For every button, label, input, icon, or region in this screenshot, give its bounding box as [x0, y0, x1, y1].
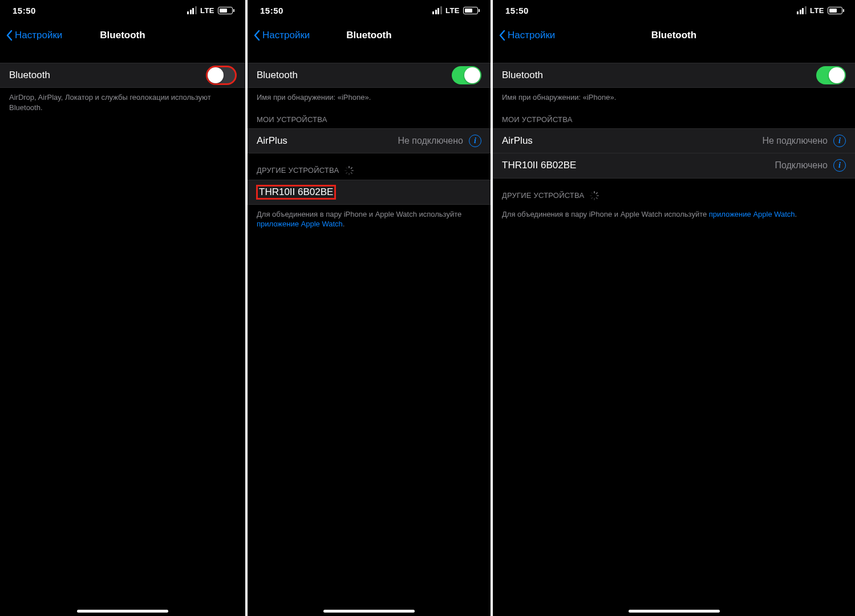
bluetooth-switch[interactable]: [816, 66, 846, 84]
other-devices-header: ДРУГИЕ УСТРОЙСТВА: [248, 153, 491, 180]
svg-rect-0: [349, 166, 350, 168]
status-time: 15:50: [260, 6, 283, 15]
back-label: Настройки: [508, 30, 555, 41]
back-label: Настройки: [262, 30, 310, 41]
pairing-note-text-b: .: [343, 220, 345, 228]
battery-icon: [463, 7, 478, 14]
nav-title: Bluetooth: [651, 30, 696, 41]
content-area: Bluetooth AirDrop, AirPlay, Локатор и сл…: [0, 50, 245, 616]
svg-rect-12: [594, 198, 595, 200]
status-right: LTE: [187, 6, 233, 15]
signal-icon: [797, 6, 807, 14]
phone-screen-1: 15:50 LTE Настройки Bluetooth Bluetooth …: [0, 0, 245, 616]
device-name: AirPlus: [257, 135, 287, 147]
device-name: THR10II 6B02BE: [257, 185, 335, 199]
carrier-label: LTE: [810, 6, 824, 15]
pairing-note-text-a: Для объединения в пару iPhone и Apple Wa…: [502, 210, 709, 218]
bluetooth-toggle-row[interactable]: Bluetooth: [248, 63, 491, 88]
device-name: AirPlus: [502, 135, 533, 147]
device-status: Не подключено: [762, 136, 828, 146]
nav-title: Bluetooth: [100, 30, 145, 41]
battery-icon: [828, 7, 842, 14]
device-status: Не подключено: [398, 136, 463, 146]
svg-rect-9: [596, 192, 598, 194]
device-airplus[interactable]: AirPlus Не подключено i: [248, 128, 491, 153]
status-time: 15:50: [505, 6, 529, 15]
status-right: LTE: [797, 6, 842, 15]
spinner-icon: [345, 166, 354, 175]
back-label: Настройки: [15, 30, 62, 41]
svg-rect-2: [351, 170, 354, 171]
device-thr[interactable]: THR10II 6B02BE: [248, 180, 491, 205]
home-indicator[interactable]: [77, 610, 168, 613]
svg-rect-10: [597, 195, 599, 196]
svg-rect-15: [591, 192, 593, 194]
info-icon[interactable]: i: [833, 135, 846, 147]
signal-icon: [187, 6, 197, 14]
pairing-note: Для объединения в пару iPhone и Apple Wa…: [493, 205, 855, 220]
bluetooth-toggle-row[interactable]: Bluetooth: [0, 63, 245, 88]
info-icon[interactable]: i: [469, 135, 481, 147]
carrier-label: LTE: [200, 6, 214, 15]
nav-bar: Настройки Bluetooth: [248, 21, 491, 50]
apple-watch-link[interactable]: приложение Apple Watch: [709, 210, 795, 218]
my-devices-header: МОИ УСТРОЙСТВА: [493, 103, 855, 128]
home-indicator[interactable]: [629, 610, 720, 613]
nav-bar: Настройки Bluetooth: [0, 21, 245, 50]
bluetooth-switch[interactable]: [452, 66, 481, 84]
status-time: 15:50: [13, 6, 36, 15]
pairing-note: Для объединения в пару iPhone и Apple Wa…: [248, 205, 491, 229]
back-button[interactable]: Настройки: [253, 30, 310, 41]
nav-bar: Настройки Bluetooth: [493, 21, 855, 50]
device-name: THR10II 6B02BE: [502, 160, 576, 171]
back-button[interactable]: Настройки: [6, 30, 62, 41]
status-right: LTE: [432, 6, 478, 15]
svg-rect-4: [349, 173, 350, 175]
chevron-left-icon: [6, 30, 13, 41]
svg-rect-7: [346, 167, 348, 169]
device-thr[interactable]: THR10II 6B02BE Подключено i: [493, 153, 855, 179]
home-indicator[interactable]: [323, 610, 415, 613]
bluetooth-switch[interactable]: [206, 66, 236, 84]
other-devices-label: ДРУГИЕ УСТРОЙСТВА: [502, 191, 584, 200]
status-bar: 15:50 LTE: [0, 0, 245, 21]
content-area: Bluetooth Имя при обнаружении: «iPhone».…: [493, 50, 855, 616]
svg-rect-8: [594, 191, 595, 193]
svg-rect-1: [351, 167, 353, 169]
content-area: Bluetooth Имя при обнаружении: «iPhone».…: [248, 50, 491, 616]
chevron-left-icon: [253, 30, 260, 41]
my-devices-header: МОИ УСТРОЙСТВА: [248, 103, 491, 128]
status-bar: 15:50 LTE: [248, 0, 491, 21]
phone-screen-3: 15:50 LTE Настройки Bluetooth Bluetooth …: [491, 0, 855, 616]
bluetooth-off-note: AirDrop, AirPlay, Локатор и службы геоло…: [0, 88, 245, 112]
svg-rect-14: [590, 195, 592, 196]
info-icon[interactable]: i: [833, 159, 846, 172]
nav-title: Bluetooth: [346, 30, 391, 41]
pairing-note-text-b: .: [795, 210, 797, 218]
spinner-icon: [590, 191, 599, 200]
signal-icon: [432, 6, 442, 14]
other-devices-header: ДРУГИЕ УСТРОЙСТВА: [493, 179, 855, 205]
svg-rect-13: [591, 197, 593, 199]
svg-rect-6: [345, 170, 347, 171]
pairing-note-text-a: Для объединения в пару iPhone и Apple Wa…: [257, 210, 461, 218]
svg-rect-11: [596, 197, 598, 199]
carrier-label: LTE: [445, 6, 460, 15]
toggle-label: Bluetooth: [502, 70, 543, 81]
toggle-label: Bluetooth: [9, 70, 50, 81]
other-devices-label: ДРУГИЕ УСТРОЙСТВА: [257, 166, 339, 175]
toggle-label: Bluetooth: [257, 70, 298, 81]
bluetooth-toggle-row[interactable]: Bluetooth: [493, 63, 855, 88]
apple-watch-link[interactable]: приложение Apple Watch: [257, 220, 343, 228]
discovery-note: Имя при обнаружении: «iPhone».: [493, 88, 855, 103]
status-bar: 15:50 LTE: [493, 0, 855, 21]
device-airplus[interactable]: AirPlus Не подключено i: [493, 128, 855, 153]
phone-screen-2: 15:50 LTE Настройки Bluetooth Bluetooth …: [245, 0, 491, 616]
svg-rect-3: [351, 172, 353, 174]
discovery-note: Имя при обнаружении: «iPhone».: [248, 88, 491, 103]
svg-rect-5: [346, 172, 348, 174]
device-status: Подключено: [775, 160, 828, 171]
back-button[interactable]: Настройки: [499, 30, 555, 41]
battery-icon: [218, 7, 233, 14]
chevron-left-icon: [499, 30, 505, 41]
